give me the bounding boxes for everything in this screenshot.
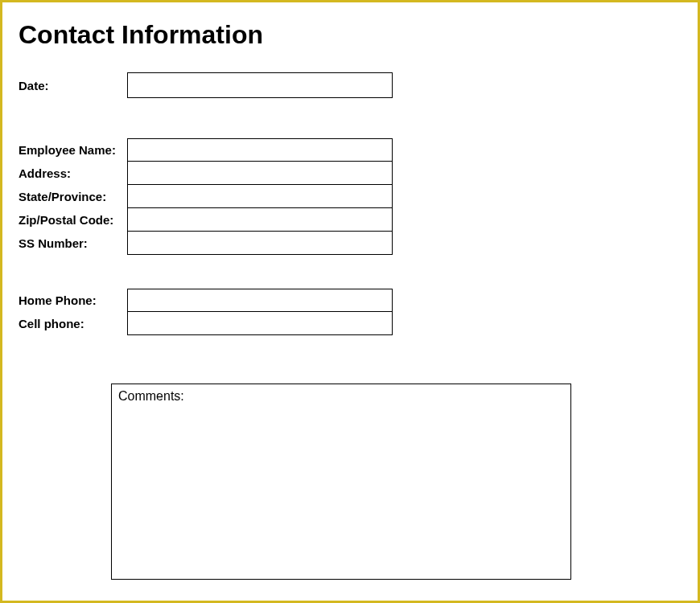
cell-phone-input[interactable]	[127, 312, 393, 335]
date-row: Date:	[19, 72, 681, 98]
page-title: Contact Information	[19, 20, 681, 50]
cell-phone-label: Cell phone:	[19, 317, 127, 330]
cell-phone-row: Cell phone:	[19, 312, 681, 335]
zip-postal-label: Zip/Postal Code:	[19, 213, 127, 227]
home-phone-input[interactable]	[127, 289, 393, 312]
ss-number-label: SS Number:	[19, 236, 127, 250]
zip-postal-row: Zip/Postal Code:	[19, 208, 681, 232]
address-row: Address:	[19, 162, 681, 185]
employee-name-row: Employee Name:	[19, 138, 681, 162]
state-province-label: State/Province:	[19, 190, 127, 203]
address-label: Address:	[19, 166, 127, 180]
employee-name-label: Employee Name:	[19, 143, 127, 157]
ss-number-input[interactable]	[127, 232, 393, 255]
form-container: Contact Information Date: Employee Name:…	[0, 0, 700, 603]
ss-number-row: SS Number:	[19, 232, 681, 255]
date-label: Date:	[19, 79, 127, 92]
home-phone-row: Home Phone:	[19, 289, 681, 312]
personal-section: Employee Name: Address: State/Province: …	[19, 138, 681, 255]
date-section: Date:	[19, 72, 681, 98]
comments-textarea[interactable]	[111, 384, 571, 580]
state-province-input[interactable]	[127, 185, 393, 208]
employee-name-input[interactable]	[127, 138, 393, 162]
address-input[interactable]	[127, 162, 393, 185]
date-input[interactable]	[127, 72, 393, 98]
home-phone-label: Home Phone:	[19, 293, 127, 307]
zip-postal-input[interactable]	[127, 208, 393, 232]
state-province-row: State/Province:	[19, 185, 681, 208]
comments-section	[111, 384, 681, 583]
phone-section: Home Phone: Cell phone:	[19, 289, 681, 335]
